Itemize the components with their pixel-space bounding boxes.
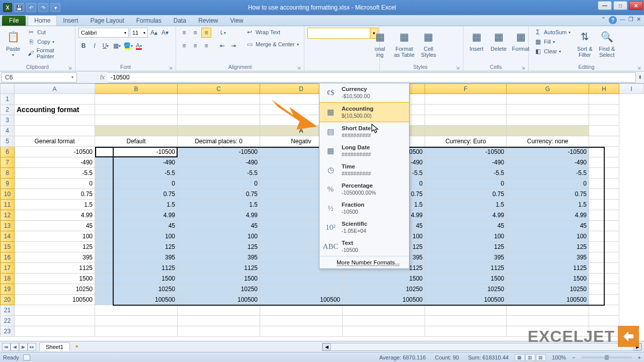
row-22[interactable]: 22 xyxy=(1,316,15,326)
cell[interactable]: 100500 xyxy=(95,295,178,305)
cell[interactable] xyxy=(589,231,619,242)
cell[interactable] xyxy=(95,316,178,326)
nf-item-long-date[interactable]: ▦ Long Date########## xyxy=(319,141,409,160)
cell[interactable]: 1500 xyxy=(95,274,178,284)
name-box[interactable]: C6▾ xyxy=(2,72,77,82)
row-12[interactable]: 12 xyxy=(1,210,15,221)
cell[interactable] xyxy=(260,305,343,316)
row-18[interactable]: 18 xyxy=(1,274,15,284)
insert-cells-button[interactable]: ▦Insert xyxy=(466,28,487,53)
cell[interactable]: -10500 xyxy=(95,147,178,157)
cell[interactable]: 4.99 xyxy=(178,210,260,221)
format-cells-button[interactable]: ▦Format xyxy=(511,28,531,53)
cell[interactable]: 0 xyxy=(178,178,260,189)
cell[interactable] xyxy=(589,252,619,263)
cell[interactable]: 45 xyxy=(15,221,95,231)
format-as-table-button[interactable]: ▦ Format as Table xyxy=(392,28,417,59)
cell[interactable]: -5.5 xyxy=(95,168,178,178)
cell[interactable]: -10500 xyxy=(507,147,589,157)
cell[interactable]: -5.5 xyxy=(15,168,95,178)
cell[interactable]: 1125 xyxy=(95,263,178,274)
cell[interactable]: 1125 xyxy=(507,263,589,274)
tab-nav-next[interactable]: ▶ xyxy=(19,343,28,351)
home-tab[interactable]: Home xyxy=(28,15,57,26)
cell[interactable]: 125 xyxy=(507,242,589,252)
help-icon[interactable]: ? xyxy=(609,16,617,24)
cell[interactable] xyxy=(589,242,619,252)
copy-button[interactable]: ⎘Copy▾ xyxy=(25,37,72,46)
cell[interactable]: 0 xyxy=(507,178,589,189)
bold-button[interactable]: B xyxy=(78,41,89,51)
cell[interactable]: 0 xyxy=(95,178,178,189)
row-10[interactable]: 10 xyxy=(1,189,15,200)
cell[interactable]: -490 xyxy=(425,157,507,168)
cell[interactable]: 1.5 xyxy=(507,200,589,210)
cell[interactable] xyxy=(178,326,260,337)
data-tab[interactable]: Data xyxy=(168,16,192,26)
cell[interactable]: 100500 xyxy=(15,295,95,305)
cell[interactable] xyxy=(589,305,619,316)
fill-color-button[interactable]: 🪣▾ xyxy=(123,41,133,51)
col-A[interactable]: A xyxy=(15,84,95,94)
decrease-indent-icon[interactable]: ⇤ xyxy=(217,41,227,51)
cell[interactable]: Decimal places: 0 xyxy=(178,136,260,147)
cell[interactable] xyxy=(507,105,589,115)
zoom-slider[interactable] xyxy=(582,356,632,358)
col-G[interactable]: G xyxy=(507,84,589,94)
row-21[interactable]: 21 xyxy=(1,305,15,316)
cell[interactable]: General format xyxy=(15,136,95,147)
workbook-minimize-icon[interactable]: — xyxy=(620,16,625,24)
cell[interactable] xyxy=(589,147,619,157)
cell[interactable] xyxy=(15,316,95,326)
cell[interactable]: 1500 xyxy=(15,274,95,284)
cell[interactable] xyxy=(95,94,178,105)
qat-save-icon[interactable]: 💾 xyxy=(14,3,24,12)
close-button[interactable]: ✕ xyxy=(629,1,643,10)
font-color-button[interactable]: A▾ xyxy=(134,41,144,51)
cell[interactable] xyxy=(15,94,95,105)
cell[interactable] xyxy=(425,115,507,126)
row-1[interactable]: 1 xyxy=(1,94,15,105)
qat-redo-icon[interactable]: ↷ xyxy=(38,3,48,12)
increase-font-icon[interactable]: A▴ xyxy=(149,28,159,38)
cell[interactable]: 4.99 xyxy=(95,210,178,221)
cell[interactable] xyxy=(507,126,589,136)
cell[interactable]: 1.5 xyxy=(178,200,260,210)
col-I[interactable]: I xyxy=(619,84,644,94)
wrap-text-button[interactable]: ↩Wrap Text xyxy=(244,28,301,37)
cell[interactable]: 45 xyxy=(178,221,260,231)
align-bottom-icon[interactable]: ≡ xyxy=(201,28,211,38)
number-format-input[interactable] xyxy=(307,28,370,39)
cell[interactable] xyxy=(425,126,507,136)
row-7[interactable]: 7 xyxy=(1,157,15,168)
cell[interactable]: 0 xyxy=(425,178,507,189)
cell[interactable]: -490 xyxy=(507,157,589,168)
cell[interactable] xyxy=(589,221,619,231)
cell[interactable]: 1125 xyxy=(178,263,260,274)
cell[interactable]: 10250 xyxy=(95,284,178,295)
cell[interactable] xyxy=(343,305,425,316)
cell[interactable]: 1125 xyxy=(425,263,507,274)
row-23[interactable]: 23 xyxy=(1,326,15,337)
minimize-button[interactable]: — xyxy=(598,1,612,10)
cell[interactable]: -5.5 xyxy=(425,168,507,178)
cell[interactable]: -10500 xyxy=(425,147,507,157)
cell[interactable] xyxy=(425,316,507,326)
tab-nav-last[interactable]: ⏭ xyxy=(28,343,36,351)
cell[interactable] xyxy=(15,126,95,136)
cell[interactable]: 45 xyxy=(95,221,178,231)
cell[interactable]: 100500 xyxy=(507,295,589,305)
cell[interactable]: 45 xyxy=(507,221,589,231)
cell[interactable]: -490 xyxy=(178,157,260,168)
new-sheet-button[interactable]: ✦ xyxy=(72,343,82,351)
cell[interactable]: -490 xyxy=(15,157,95,168)
zoom-level[interactable]: 100% xyxy=(552,354,566,360)
row-8[interactable]: 8 xyxy=(1,168,15,178)
cell[interactable] xyxy=(589,115,619,126)
paste-button[interactable]: 📋 Paste ▾ xyxy=(3,28,23,58)
cell[interactable] xyxy=(178,94,260,105)
cell[interactable]: Accounting format xyxy=(15,105,95,115)
cell[interactable]: Currency: none xyxy=(507,136,589,147)
workbook-restore-icon[interactable]: ❐ xyxy=(628,16,633,24)
cell[interactable] xyxy=(507,94,589,105)
